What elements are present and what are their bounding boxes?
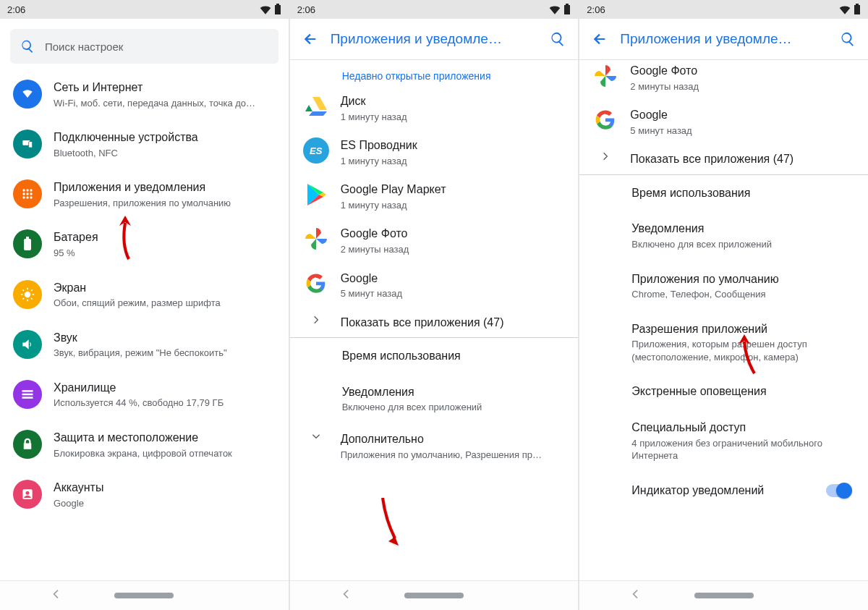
phone-3-apps-expanded: 2:06 Приложения и уведомле… Google Фото … <box>579 0 868 610</box>
google-icon <box>592 107 618 133</box>
settings-list[interactable]: Сеть и Интернет Wi-Fi, моб. сети, переда… <box>0 69 289 580</box>
svg-rect-1 <box>276 4 279 5</box>
apps-icon <box>13 179 42 208</box>
settings-item-sound[interactable]: Звук Звук, вибрация, режим "Не беспокоит… <box>0 320 289 370</box>
show-all-apps[interactable]: Показать все приложения (47) <box>579 144 868 174</box>
app-item-drive[interactable]: Диск 1 минуту назад <box>290 86 579 130</box>
status-bar: 2:06 <box>290 0 579 19</box>
nav-back-icon[interactable] <box>630 588 642 603</box>
svg-rect-30 <box>566 4 569 5</box>
app-bar: Приложения и уведомле… <box>579 19 868 60</box>
wifi-icon <box>260 4 271 14</box>
svg-rect-25 <box>22 394 33 396</box>
svg-point-4 <box>22 190 25 192</box>
svg-rect-31 <box>854 5 860 14</box>
svg-rect-32 <box>856 4 859 5</box>
app-item-es[interactable]: ES ES Проводник 1 минуту назад <box>290 130 579 174</box>
item-emergency[interactable]: Экстренные оповещения <box>579 373 868 410</box>
search-button[interactable] <box>833 25 862 54</box>
item-screen-time[interactable]: Время использования <box>290 338 579 374</box>
lock-icon <box>13 430 42 459</box>
svg-point-15 <box>25 291 30 297</box>
nav-home-pill[interactable] <box>114 593 174 598</box>
item-default-apps[interactable]: Приложения по умолчанию Chrome, Телефон,… <box>579 261 868 311</box>
nav-home-pill[interactable] <box>404 593 464 598</box>
svg-rect-0 <box>275 5 281 14</box>
page-title: Приложения и уведомле… <box>331 31 544 47</box>
phone-2-apps: 2:06 Приложения и уведомле… Недавно откр… <box>290 0 579 610</box>
settings-item-security[interactable]: Защита и местоположение Блокировка экран… <box>0 420 289 470</box>
item-permissions[interactable]: Разрешения приложений Приложения, которы… <box>579 311 868 374</box>
settings-item-apps[interactable]: Приложения и уведомления Разрешения, при… <box>0 169 289 219</box>
svg-point-12 <box>30 197 32 199</box>
play-icon <box>303 182 329 208</box>
wifi-circle-icon <box>13 80 42 109</box>
account-icon <box>13 480 42 509</box>
svg-line-20 <box>22 289 24 291</box>
chevron-down-icon <box>303 431 329 441</box>
svg-point-10 <box>22 197 25 199</box>
search-icon <box>20 39 35 54</box>
status-time: 2:06 <box>587 4 605 15</box>
battery-icon <box>854 4 861 15</box>
svg-line-23 <box>31 289 33 291</box>
item-special-access[interactable]: Специальный доступ 4 приложения без огра… <box>579 410 868 473</box>
es-icon: ES <box>303 137 329 164</box>
settings-item-connected[interactable]: Подключенные устройства Bluetooth, NFC <box>0 119 289 169</box>
search-input[interactable]: Поиск настроек <box>10 29 278 64</box>
google-icon <box>303 271 329 297</box>
app-item-play[interactable]: Google Play Маркет 1 минуту назад <box>290 174 579 219</box>
svg-point-6 <box>30 190 32 192</box>
app-item-google[interactable]: Google 5 минут назад <box>579 100 868 144</box>
app-item-photos[interactable]: Google Фото 2 минуты назад <box>579 60 868 100</box>
apps-list[interactable]: Google Фото 2 минуты назад Google 5 мину… <box>579 60 868 580</box>
back-button[interactable] <box>296 25 325 54</box>
photos-icon <box>303 226 329 252</box>
chevron-right-icon <box>592 151 618 161</box>
navigation-bar <box>579 580 868 610</box>
item-notifications[interactable]: Уведомления Включено для всех приложений <box>290 374 579 424</box>
settings-item-display[interactable]: Экран Обои, спящий режим, размер шрифта <box>0 270 289 320</box>
status-bar: 2:06 <box>0 0 289 19</box>
app-bar: Приложения и уведомле… <box>290 19 579 60</box>
back-button[interactable] <box>585 25 614 54</box>
settings-item-battery[interactable]: Батарея 95 % <box>0 219 289 269</box>
storage-icon <box>13 380 42 409</box>
svg-point-11 <box>26 197 28 199</box>
battery-icon <box>274 4 281 15</box>
recent-apps-header: Недавно открытые приложения <box>290 60 579 86</box>
settings-item-storage[interactable]: Хранилище Используется 44 %, свободно 17… <box>0 370 289 420</box>
sound-icon <box>13 330 42 359</box>
svg-line-22 <box>22 298 24 300</box>
svg-point-5 <box>26 190 28 192</box>
item-indicator[interactable]: Индикатор уведомлений <box>579 473 868 509</box>
nav-home-pill[interactable] <box>694 593 754 598</box>
item-advanced[interactable]: Дополнительно Приложения по умолчанию, Р… <box>290 424 579 468</box>
nav-back-icon[interactable] <box>341 588 352 603</box>
svg-rect-3 <box>29 142 33 148</box>
navigation-bar <box>0 580 289 610</box>
svg-point-9 <box>30 193 32 195</box>
svg-rect-14 <box>26 237 29 239</box>
navigation-bar <box>290 580 579 610</box>
battery-icon <box>563 4 571 15</box>
app-item-google[interactable]: Google 5 минут назад <box>290 263 579 308</box>
drive-icon <box>303 93 329 119</box>
search-placeholder: Поиск настроек <box>45 41 123 53</box>
indicator-switch[interactable] <box>826 484 851 497</box>
phone-1-settings: 2:06 Поиск настроек Сеть и Интернет Wi-F… <box>0 0 289 610</box>
svg-rect-24 <box>22 390 33 392</box>
settings-item-accounts[interactable]: Аккаунты Google <box>0 470 289 520</box>
item-notifications[interactable]: Уведомления Включено для всех приложений <box>579 211 868 260</box>
apps-list[interactable]: Недавно открытые приложения Диск 1 минут… <box>290 60 579 580</box>
item-screen-time[interactable]: Время использования <box>579 175 868 211</box>
chevron-right-icon <box>303 315 329 325</box>
nav-back-icon[interactable] <box>51 588 62 603</box>
svg-point-28 <box>26 491 30 495</box>
app-item-photos[interactable]: Google Фото 2 минуты назад <box>290 219 579 263</box>
search-button[interactable] <box>543 25 572 54</box>
settings-item-network[interactable]: Сеть и Интернет Wi-Fi, моб. сети, переда… <box>0 69 289 119</box>
page-title: Приложения и уведомле… <box>620 31 833 47</box>
show-all-apps[interactable]: Показать все приложения (47) <box>290 308 579 338</box>
status-time: 2:06 <box>297 4 315 15</box>
